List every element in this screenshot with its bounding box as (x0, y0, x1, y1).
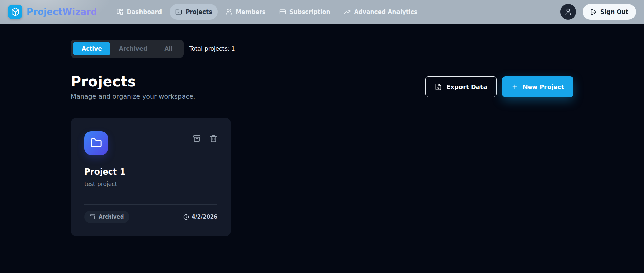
folder-icon (90, 137, 102, 149)
top-nav-bar: ProjectWizard Dashboard Projects Members (0, 0, 644, 24)
delete-project-button[interactable] (210, 135, 217, 142)
log-out-icon (590, 9, 597, 15)
plus-icon (511, 83, 518, 90)
total-projects-count: Total projects: 1 (189, 45, 235, 52)
header-right: Sign Out (560, 4, 636, 20)
archive-icon (90, 214, 95, 220)
project-card: Project 1 test project Archived 4/2/2026 (71, 118, 231, 236)
nav-label: Advanced Analytics (354, 8, 417, 15)
project-description: test project (84, 181, 217, 187)
export-data-label: Export Data (446, 83, 487, 90)
project-folder-tile (84, 131, 108, 155)
project-date-label: 4/2/2026 (192, 214, 217, 220)
archive-icon (193, 135, 201, 142)
nav-label: Subscription (289, 8, 330, 15)
brand-name: ProjectWizard (27, 7, 97, 17)
file-download-icon (435, 83, 442, 90)
trash-icon (210, 135, 217, 142)
nav-item-advanced-analytics[interactable]: Advanced Analytics (338, 4, 423, 20)
filter-row: Active Archived All Total projects: 1 (71, 40, 573, 58)
page-subtitle: Manage and organize your workspace. (71, 93, 195, 100)
project-date: 4/2/2026 (183, 214, 217, 220)
project-filter-tabs: Active Archived All (71, 40, 184, 58)
logo-tile (8, 5, 22, 19)
card-footer: Archived 4/2/2026 (84, 211, 217, 223)
trending-up-icon (344, 8, 351, 15)
user-icon (564, 8, 572, 16)
nav-label: Members (236, 8, 265, 15)
archive-project-button[interactable] (193, 135, 201, 142)
nav-label: Dashboard (127, 8, 162, 15)
user-avatar-button[interactable] (560, 4, 576, 20)
nav-item-dashboard[interactable]: Dashboard (111, 4, 168, 20)
nav-label: Projects (186, 8, 212, 15)
project-name: Project 1 (84, 167, 217, 177)
page-actions: Export Data New Project (425, 76, 573, 97)
package-cube-icon (11, 7, 20, 16)
users-icon (226, 8, 232, 15)
tab-archived[interactable]: Archived (110, 42, 156, 55)
status-badge-label: Archived (99, 214, 124, 220)
brand-logo[interactable]: ProjectWizard (8, 5, 97, 19)
sign-out-label: Sign Out (600, 8, 628, 15)
main-content: Active Archived All Total projects: 1 Pr… (0, 24, 644, 236)
clock-icon (183, 214, 189, 220)
card-actions (193, 135, 217, 142)
tab-active[interactable]: Active (73, 42, 110, 55)
new-project-label: New Project (523, 83, 564, 90)
export-data-button[interactable]: Export Data (425, 76, 497, 97)
page-title-block: Projects Manage and organize your worksp… (71, 73, 195, 100)
nav-item-members[interactable]: Members (220, 4, 271, 20)
sign-out-button[interactable]: Sign Out (583, 4, 636, 20)
nav-item-subscription[interactable]: Subscription (274, 4, 336, 20)
tab-all[interactable]: All (156, 42, 181, 55)
page-header: Projects Manage and organize your worksp… (71, 73, 573, 100)
main-nav: Dashboard Projects Members Subscription (111, 4, 423, 20)
status-badge: Archived (84, 211, 129, 223)
dashboard-grid-icon (116, 8, 123, 15)
new-project-button[interactable]: New Project (502, 76, 573, 97)
project-card-grid: Project 1 test project Archived 4/2/2026 (71, 118, 573, 236)
card-top-row (84, 131, 217, 155)
folder-icon (175, 8, 182, 15)
card-divider (84, 204, 217, 205)
page-title: Projects (71, 73, 195, 90)
credit-card-icon (279, 8, 286, 15)
nav-item-projects[interactable]: Projects (170, 4, 218, 20)
